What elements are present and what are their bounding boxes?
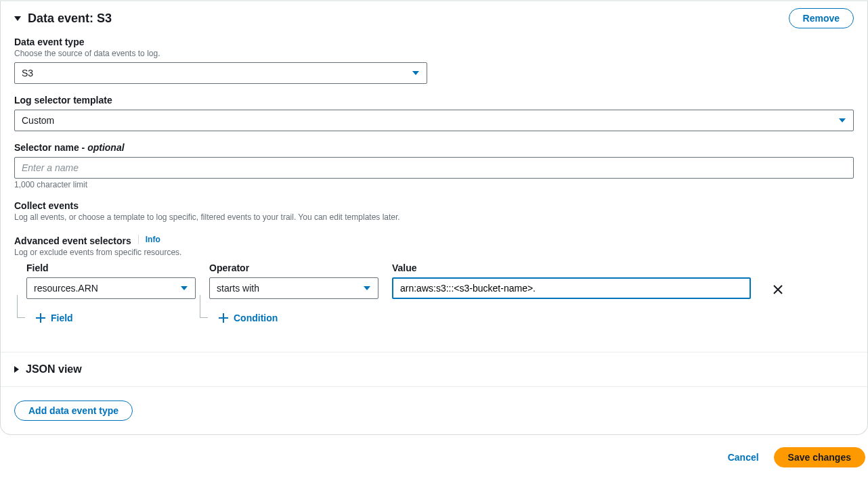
add-condition-button[interactable]: Condition [209, 313, 378, 323]
connector-line [200, 295, 208, 318]
advanced-selectors-label: Advanced event selectors [14, 235, 131, 246]
data-event-header-toggle[interactable]: Data event: S3 [14, 12, 112, 26]
operator-select-value: starts with [217, 283, 259, 294]
data-event-type-value: S3 [22, 68, 33, 78]
remove-row-button[interactable] [764, 279, 791, 300]
advanced-selectors-info-link[interactable]: Info [138, 235, 160, 244]
value-input[interactable] [392, 277, 751, 299]
selector-name-limit: 1,000 character limit [14, 180, 854, 189]
log-selector-value: Custom [22, 115, 54, 126]
cancel-button[interactable]: Cancel [728, 452, 759, 463]
save-changes-button[interactable]: Save changes [774, 447, 865, 467]
operator-select[interactable]: starts with [209, 277, 378, 299]
data-event-type-hint: Choose the source of data events to log. [14, 49, 854, 58]
caret-down-icon [14, 16, 21, 21]
plus-icon [219, 313, 228, 323]
log-selector-select[interactable]: Custom [14, 110, 854, 131]
collect-events-hint: Log all events, or choose a template to … [14, 212, 854, 222]
data-event-title: Data event: S3 [28, 12, 112, 26]
log-selector-label: Log selector template [14, 95, 854, 106]
field-select[interactable]: resources.ARN [26, 277, 196, 299]
plus-icon [36, 313, 45, 323]
add-data-event-type-button[interactable]: Add data event type [14, 400, 133, 421]
collect-events-label: Collect events [14, 200, 854, 211]
field-column-label: Field [26, 262, 196, 273]
field-select-value: resources.ARN [34, 283, 98, 294]
value-column-label: Value [392, 262, 751, 273]
add-field-button[interactable]: Field [26, 313, 196, 323]
selector-name-input[interactable] [14, 157, 854, 179]
remove-button[interactable]: Remove [789, 8, 854, 28]
caret-right-icon [14, 366, 19, 373]
selector-name-label: Selector name - optional [14, 142, 854, 153]
data-event-type-label: Data event type [14, 37, 854, 47]
json-view-label: JSON view [26, 363, 82, 375]
connector-line [17, 295, 25, 318]
advanced-selectors-hint: Log or exclude events from specific reso… [14, 248, 854, 257]
close-icon [773, 284, 783, 295]
json-view-toggle[interactable]: JSON view [1, 352, 867, 386]
operator-column-label: Operator [209, 262, 378, 273]
data-event-type-select[interactable]: S3 [14, 62, 427, 84]
